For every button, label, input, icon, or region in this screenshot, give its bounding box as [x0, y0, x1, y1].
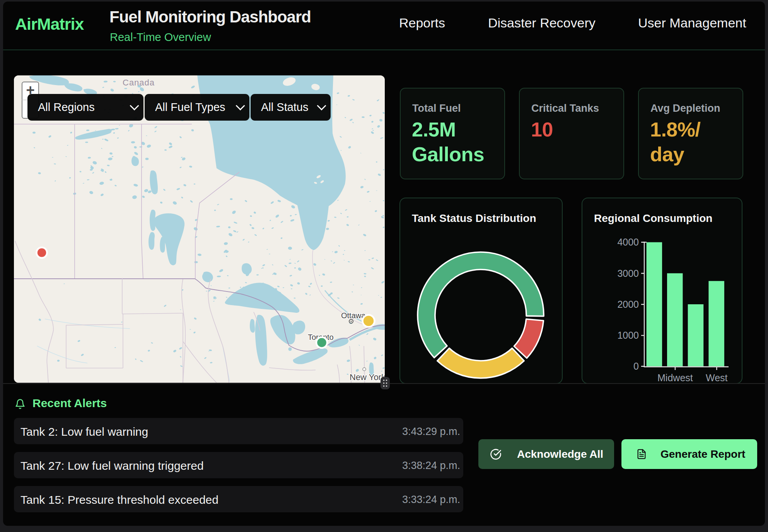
svg-text:Canada: Canada [123, 78, 155, 87]
svg-text:0: 0 [633, 361, 639, 372]
svg-text:Midwest: Midwest [657, 372, 693, 383]
svg-text:3000: 3000 [617, 268, 639, 279]
svg-text:2000: 2000 [617, 299, 639, 310]
svg-text:4000: 4000 [617, 237, 639, 247]
svg-text:1000: 1000 [617, 330, 639, 341]
svg-text:New York: New York [350, 372, 385, 382]
svg-text:West: West [706, 372, 728, 383]
